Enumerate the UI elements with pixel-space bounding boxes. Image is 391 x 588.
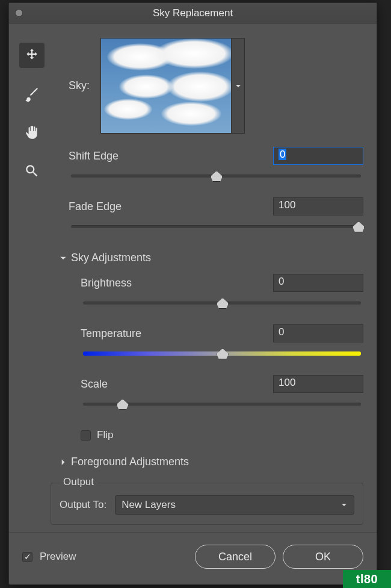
dialog-footer: Preview Cancel OK (9, 532, 377, 584)
fade-edge-input[interactable]: 100 (273, 197, 363, 215)
titlebar[interactable]: Sky Replacement (9, 3, 377, 23)
temperature-input[interactable]: 0 (273, 324, 363, 342)
chevron-down-icon (340, 501, 348, 509)
sky-label: Sky: (69, 79, 90, 92)
flip-checkbox[interactable] (81, 430, 91, 441)
sky-picker[interactable] (100, 38, 245, 134)
fade-edge-slider[interactable] (71, 220, 361, 232)
scale-input[interactable]: 100 (273, 375, 363, 393)
temperature-slider[interactable] (83, 347, 361, 359)
preview-label: Preview (40, 551, 76, 563)
zoom-tool[interactable] (19, 158, 45, 184)
fade-edge-label: Fade Edge (69, 200, 122, 213)
hand-tool[interactable] (19, 120, 45, 145)
hand-icon (24, 125, 40, 140)
chevron-down-icon (59, 254, 67, 262)
chevron-down-icon (235, 82, 242, 90)
output-to-label: Output To: (60, 499, 106, 511)
shift-edge-label: Shift Edge (69, 150, 119, 162)
sky-replacement-dialog: Sky Replacement Sky: (8, 2, 377, 585)
shift-edge-input[interactable]: 0 (273, 147, 363, 165)
brightness-slider[interactable] (83, 297, 361, 309)
flip-label: Flip (97, 429, 113, 441)
chevron-right-icon (59, 458, 67, 466)
close-icon[interactable] (15, 9, 23, 17)
temperature-label: Temperature (81, 327, 141, 340)
sky-adjustments-header[interactable]: Sky Adjustments (59, 252, 363, 264)
output-to-select[interactable]: New Layers (115, 495, 354, 515)
sky-thumbnail (101, 39, 231, 133)
preview-checkbox[interactable] (22, 552, 32, 562)
brush-tool[interactable] (19, 81, 45, 107)
brightness-input[interactable]: 0 (273, 274, 363, 292)
dialog-title: Sky Replacement (153, 7, 233, 19)
scale-slider[interactable] (83, 398, 361, 410)
zoom-icon (24, 163, 40, 179)
watermark: tl80 (343, 570, 391, 588)
tool-column (9, 23, 54, 532)
shift-edge-slider[interactable] (71, 170, 361, 182)
cancel-button[interactable]: Cancel (195, 545, 276, 569)
brightness-label: Brightness (81, 277, 132, 289)
ok-button[interactable]: OK (283, 545, 363, 569)
output-legend: Output (60, 476, 97, 488)
main-panel: Sky: Shift Ed (54, 23, 377, 532)
brush-icon (24, 86, 40, 102)
move-icon (24, 48, 40, 63)
foreground-adjustments-header[interactable]: Foreground Adjustments (59, 456, 363, 468)
scale-label: Scale (81, 378, 108, 391)
output-group: Output Output To: New Layers (51, 483, 363, 525)
move-tool[interactable] (19, 43, 45, 68)
sky-dropdown-arrow[interactable] (231, 39, 244, 133)
